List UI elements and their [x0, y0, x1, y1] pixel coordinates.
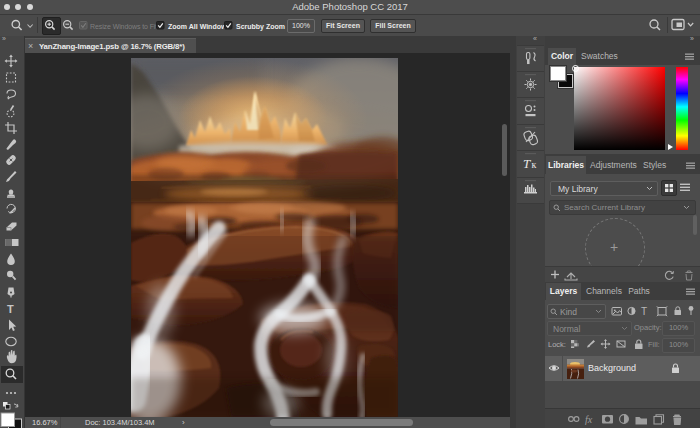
svg-text:T: T: [523, 156, 531, 171]
svg-text:T: T: [7, 303, 14, 315]
svg-text:к: к: [532, 159, 537, 170]
svg-text:T: T: [641, 306, 647, 317]
svg-text:fx: fx: [585, 414, 593, 425]
